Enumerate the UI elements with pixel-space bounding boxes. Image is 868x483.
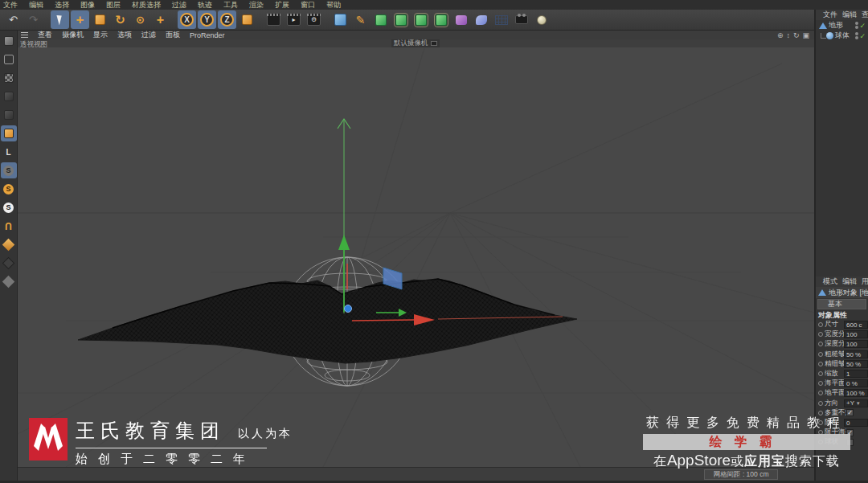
- axis-all-icon[interactable]: +: [151, 10, 170, 29]
- menu-help[interactable]: 帮助: [326, 0, 341, 10]
- am-menu-userdata[interactable]: 用户数据: [862, 276, 868, 287]
- menu-file[interactable]: 文件: [3, 0, 18, 10]
- render-view-icon[interactable]: [264, 10, 283, 29]
- scene-3d: [18, 47, 814, 467]
- enable-axis-icon[interactable]: L: [1, 144, 17, 160]
- viewport-menu-icon[interactable]: [21, 32, 28, 38]
- enable-snap-icon[interactable]: S: [1, 162, 17, 178]
- am-menu-mode[interactable]: 模式: [823, 276, 837, 287]
- deformer-icon[interactable]: [452, 10, 470, 29]
- viewport-canvas[interactable]: [18, 47, 814, 467]
- object-center-handle[interactable]: [345, 305, 352, 313]
- live-selection-icon[interactable]: [51, 10, 69, 29]
- move-tool-icon[interactable]: +: [71, 10, 89, 29]
- menu-filter[interactable]: 过滤: [172, 0, 186, 10]
- promo-line: 获得更多免费精品教程: [643, 415, 850, 432]
- points-mode-icon[interactable]: [1, 107, 17, 123]
- menu-extensions[interactable]: 扩展: [275, 0, 289, 10]
- watermark-right: 获得更多免费精品教程 绘学霸 在AppStore或应用宝搜索下载: [643, 415, 850, 470]
- tab-basic[interactable]: 基本: [817, 299, 866, 309]
- enabled-check-icon[interactable]: ✓: [859, 32, 866, 40]
- redo-icon[interactable]: ↷: [24, 10, 43, 29]
- orbit-view-icon[interactable]: ↻: [793, 31, 800, 39]
- menu-render[interactable]: 渲染: [249, 0, 264, 10]
- menu-track[interactable]: 轨迹: [198, 0, 212, 10]
- camera-icon[interactable]: [512, 10, 530, 29]
- guide-snap-icon[interactable]: [1, 273, 17, 289]
- magnet-snap-icon[interactable]: U: [1, 218, 17, 234]
- menu-layer[interactable]: 图层: [106, 0, 121, 10]
- texture-mode-icon[interactable]: [1, 70, 17, 86]
- environment-icon[interactable]: [472, 10, 490, 29]
- polygon-mode-icon[interactable]: [1, 125, 17, 141]
- enabled-check-icon[interactable]: ✓: [859, 22, 866, 30]
- last-tool-icon[interactable]: ⊙: [131, 10, 149, 29]
- attribute-header: 地形对象 [地形]: [816, 287, 868, 298]
- light-icon[interactable]: [532, 10, 551, 29]
- landscape-wireframe[interactable]: [78, 279, 577, 363]
- generator-icon[interactable]: [391, 10, 410, 29]
- attr-row-sea-level[interactable]: 海平面0 %: [816, 379, 868, 388]
- lock-x-axis-icon[interactable]: X: [178, 10, 196, 29]
- lock-y-axis-icon[interactable]: Y: [198, 10, 216, 29]
- company-founded: 始创于二零零二年: [76, 452, 293, 467]
- pan-view-icon[interactable]: ⊕: [777, 31, 784, 39]
- landscape-object-icon: [818, 289, 826, 296]
- menu-window[interactable]: 窗口: [301, 0, 315, 10]
- viewport[interactable]: 查看 摄像机 显示 选项 过滤 面板 ProRender ⊕ ↕ ↻ ▣ 透视视…: [18, 31, 814, 481]
- coordinate-system-icon[interactable]: [238, 10, 256, 29]
- grid-point-snap-icon[interactable]: [1, 236, 17, 252]
- am-menu-edit[interactable]: 编辑: [842, 276, 857, 287]
- om-menu-edit[interactable]: 编辑: [842, 10, 857, 20]
- menu-material-select[interactable]: 材质选择: [132, 0, 161, 10]
- spline-pen-icon[interactable]: ✎: [351, 10, 370, 29]
- visibility-dots[interactable]: [855, 22, 858, 29]
- attr-row-depth-segments[interactable]: 深度分段100: [816, 339, 868, 349]
- lock-z-axis-icon[interactable]: Z: [218, 10, 236, 29]
- model-mode-icon[interactable]: [1, 51, 17, 68]
- grid-spacing-readout: 网格间距 : 100 cm: [704, 469, 778, 480]
- attr-row-fine-furrows[interactable]: 精细皱褶50 %: [816, 359, 868, 369]
- undo-icon[interactable]: ↶: [4, 10, 23, 29]
- render-settings-icon[interactable]: ⚙: [305, 10, 323, 29]
- snap-2d-icon[interactable]: S: [1, 181, 17, 197]
- attribute-title: 地形对象 [地形]: [829, 288, 868, 298]
- workplane-mode-icon[interactable]: [1, 88, 17, 104]
- visibility-dots[interactable]: [855, 32, 858, 39]
- attr-row-rough-furrows[interactable]: 粗糙皱褶50 %: [816, 350, 868, 359]
- menu-select[interactable]: 选择: [55, 0, 69, 10]
- camera-label[interactable]: 默认摄像机: [391, 39, 440, 47]
- floor-icon[interactable]: [492, 10, 510, 29]
- menu-edit[interactable]: 编辑: [29, 0, 43, 10]
- attr-row-size[interactable]: 尺寸600 c: [816, 320, 868, 330]
- object-row-landscape[interactable]: 地形 ✓: [816, 20, 868, 31]
- modeling-icon[interactable]: [411, 10, 430, 29]
- dolly-view-icon[interactable]: ↕: [786, 31, 790, 39]
- make-editable-icon[interactable]: [1, 33, 17, 49]
- om-menu-view[interactable]: 查看: [862, 10, 868, 20]
- attr-row-scale[interactable]: 缩放1: [816, 369, 868, 379]
- snap-3d-icon[interactable]: S: [1, 199, 17, 215]
- object-name[interactable]: 地形: [829, 20, 843, 31]
- menu-tools[interactable]: 工具: [223, 0, 238, 10]
- attr-row-width-segments[interactable]: 宽度分段100: [816, 330, 868, 339]
- toggle-view-icon[interactable]: ▣: [802, 31, 809, 39]
- rotate-tool-icon[interactable]: ↻: [111, 10, 129, 29]
- primitive-cube-icon[interactable]: [331, 10, 350, 29]
- om-menu-file[interactable]: 文件: [823, 10, 837, 20]
- array-icon[interactable]: [432, 10, 450, 29]
- vp-menu-prorender[interactable]: ProRender: [190, 31, 225, 39]
- attr-row-orientation[interactable]: 方向+Y: [816, 399, 868, 408]
- scale-tool-icon[interactable]: [91, 10, 109, 29]
- brand-name: 绘学霸: [710, 434, 784, 451]
- object-manager-menubar: 文件 编辑 查看: [816, 10, 868, 20]
- menu-image[interactable]: 图像: [80, 0, 95, 10]
- landscape-object-icon: [819, 23, 827, 29]
- workplane-snap-icon[interactable]: [1, 255, 17, 271]
- subdivision-surface-icon[interactable]: [371, 10, 390, 29]
- attr-row-plateau-level[interactable]: 地平面100 %: [816, 388, 868, 398]
- object-row-sphere[interactable]: 球体 ✓: [816, 31, 868, 41]
- render-picture-viewer-icon[interactable]: ▸: [285, 10, 303, 29]
- main-toolbar: ↶ ↷ + ↻ ⊙ + X Y Z ▸ ⚙ ✎: [0, 10, 814, 31]
- object-name[interactable]: 球体: [835, 31, 850, 41]
